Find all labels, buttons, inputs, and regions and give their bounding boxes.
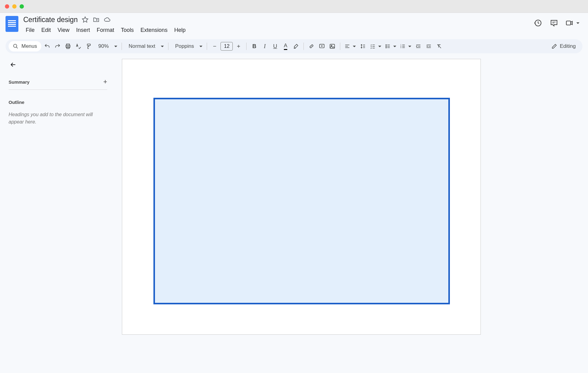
divider xyxy=(246,43,247,50)
font-family-dropdown[interactable]: Poppins xyxy=(172,42,204,51)
document-page[interactable] xyxy=(122,59,481,335)
align-dropdown[interactable] xyxy=(343,42,357,51)
add-summary-button[interactable]: + xyxy=(103,78,107,86)
font-family-value: Poppins xyxy=(173,43,196,49)
outline-empty-hint: Headings you add to the document will ap… xyxy=(9,111,97,126)
clear-formatting-button[interactable] xyxy=(435,42,444,51)
svg-point-9 xyxy=(386,44,386,45)
divider xyxy=(340,43,340,50)
undo-button[interactable] xyxy=(43,42,52,51)
chevron-down-icon xyxy=(378,46,381,47)
chevron-down-icon xyxy=(353,46,356,47)
search-menus-button[interactable]: Menus xyxy=(9,41,41,51)
insert-image-button[interactable] xyxy=(328,42,337,51)
header-right xyxy=(533,15,582,28)
outline-sidebar: Summary + Outline Headings you add to th… xyxy=(0,56,116,373)
window-maximize-dot[interactable] xyxy=(20,4,24,9)
title-area: Certificate design File Edit View Insert… xyxy=(23,15,188,35)
zoom-value: 90% xyxy=(96,43,111,49)
redo-button[interactable] xyxy=(53,42,62,51)
divider xyxy=(303,43,304,50)
comments-icon[interactable] xyxy=(549,18,559,28)
divider xyxy=(122,43,122,50)
document-title[interactable]: Certificate design xyxy=(23,16,78,24)
spellcheck-button[interactable] xyxy=(74,42,83,51)
underline-button[interactable]: U xyxy=(270,42,280,51)
window-minimize-dot[interactable] xyxy=(12,4,17,9)
cloud-status-icon[interactable] xyxy=(104,16,111,23)
decrease-indent-button[interactable] xyxy=(414,42,423,51)
italic-button[interactable]: I xyxy=(260,42,269,51)
editing-mode-label: Editing xyxy=(560,43,576,49)
insert-link-button[interactable] xyxy=(307,42,316,51)
menu-format[interactable]: Format xyxy=(94,26,117,35)
chevron-down-icon xyxy=(408,46,411,47)
highlight-color-button[interactable] xyxy=(291,42,300,51)
menu-edit[interactable]: Edit xyxy=(39,26,53,35)
body-area: Summary + Outline Headings you add to th… xyxy=(0,56,588,373)
editing-mode-dropdown[interactable]: Editing xyxy=(551,43,579,49)
star-icon[interactable] xyxy=(81,16,89,23)
toolbar: Menus 90% Normal text Poppins xyxy=(6,39,582,53)
print-button[interactable] xyxy=(63,42,73,51)
canvas-area[interactable] xyxy=(116,56,588,373)
chevron-down-icon xyxy=(161,46,164,47)
checklist-dropdown[interactable] xyxy=(369,42,383,51)
summary-row: Summary + xyxy=(9,78,107,90)
menu-extensions[interactable]: Extensions xyxy=(138,26,170,35)
decrease-font-size-button[interactable] xyxy=(210,42,219,51)
svg-rect-0 xyxy=(566,21,571,25)
numbered-list-dropdown[interactable]: 123 xyxy=(399,42,413,51)
zoom-dropdown[interactable]: 90% xyxy=(95,42,119,51)
meet-icon[interactable] xyxy=(565,18,579,28)
docs-logo[interactable] xyxy=(6,16,18,32)
paragraph-style-dropdown[interactable]: Normal text xyxy=(125,42,165,51)
app-shell: Certificate design File Edit View Insert… xyxy=(0,13,588,373)
text-color-button[interactable]: A xyxy=(281,42,290,51)
svg-rect-5 xyxy=(87,44,90,46)
bold-button[interactable]: B xyxy=(250,42,259,51)
chevron-down-icon xyxy=(393,46,396,47)
move-icon[interactable] xyxy=(92,16,100,23)
bulleted-list-dropdown[interactable] xyxy=(384,42,398,51)
add-comment-button[interactable] xyxy=(317,42,326,51)
menubar: File Edit View Insert Format Tools Exten… xyxy=(23,26,188,35)
search-menus-label: Menus xyxy=(21,43,37,49)
window-close-dot[interactable] xyxy=(5,4,9,9)
line-spacing-dropdown[interactable] xyxy=(358,42,368,51)
search-icon xyxy=(13,44,18,49)
paragraph-style-value: Normal text xyxy=(126,43,158,49)
selected-rectangle-shape[interactable] xyxy=(153,98,450,304)
browser-titlebar xyxy=(0,0,588,13)
menu-file[interactable]: File xyxy=(23,26,37,35)
menu-view[interactable]: View xyxy=(55,26,72,35)
history-icon[interactable] xyxy=(533,18,543,28)
divider xyxy=(207,43,207,50)
svg-text:3: 3 xyxy=(401,47,401,48)
svg-rect-7 xyxy=(330,44,335,48)
svg-point-10 xyxy=(386,46,386,47)
chevron-down-icon xyxy=(576,22,579,24)
summary-label: Summary xyxy=(9,79,29,85)
increase-indent-button[interactable] xyxy=(424,42,433,51)
header: Certificate design File Edit View Insert… xyxy=(0,13,588,38)
svg-point-11 xyxy=(386,47,386,48)
font-size-input[interactable]: 12 xyxy=(221,42,233,51)
chevron-down-icon xyxy=(199,46,202,47)
menu-help[interactable]: Help xyxy=(172,26,188,35)
menu-insert[interactable]: Insert xyxy=(74,26,92,35)
divider xyxy=(168,43,168,50)
menu-tools[interactable]: Tools xyxy=(119,26,136,35)
chevron-down-icon xyxy=(114,46,117,47)
paint-format-button[interactable] xyxy=(84,42,93,51)
pencil-icon xyxy=(551,43,557,49)
outline-label: Outline xyxy=(9,100,107,105)
collapse-outline-button[interactable] xyxy=(9,60,18,69)
svg-point-1 xyxy=(13,44,17,48)
increase-font-size-button[interactable] xyxy=(234,42,243,51)
